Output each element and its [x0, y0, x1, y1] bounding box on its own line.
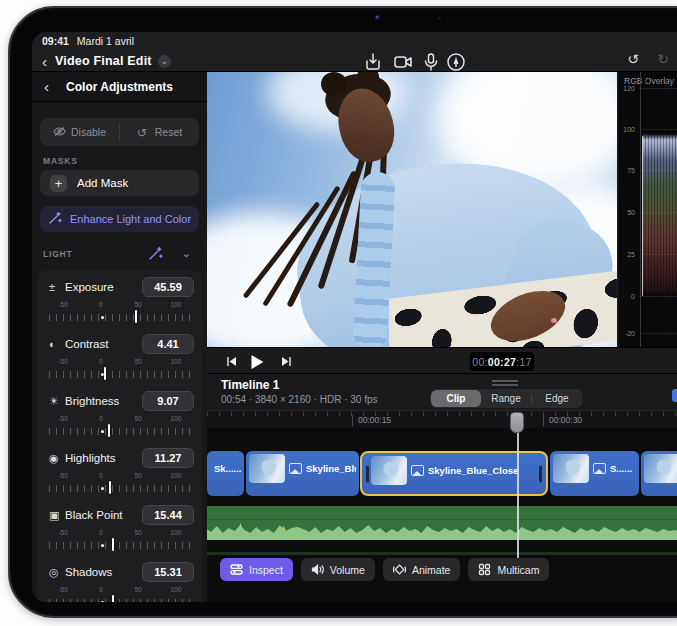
highlights-ruler[interactable]: -50050100 — [49, 472, 190, 494]
light-section-header: LIGHT ⌄ — [32, 244, 207, 264]
shadows-slider: ◎Shadows15.31 -50050100 — [37, 555, 202, 602]
add-mask-label: Add Mask — [77, 177, 128, 189]
light-wand-icon[interactable] — [148, 246, 163, 261]
bottom-mode-buttons: Inspect Volume Animate — [220, 558, 549, 581]
timeline-overflow-button[interactable] — [672, 389, 677, 402]
chevron-down-icon[interactable]: ⌄ — [158, 55, 171, 68]
audio-sub-lane — [207, 552, 677, 555]
shadows-icon: ◎ — [49, 566, 65, 579]
contrast-slider: ◐Contrast4.41 -50050100 — [37, 327, 202, 384]
import-media-icon[interactable] — [362, 52, 384, 72]
highlights-icon: ◉ — [49, 452, 65, 465]
mode-edge[interactable]: Edge — [532, 390, 582, 407]
slider-cursor[interactable] — [104, 367, 106, 380]
brightness-value[interactable]: 9.07 — [142, 391, 194, 411]
light-sliders-card: ±Exposure45.59 -50050100 ◐Contrast4.41 -… — [37, 270, 202, 602]
brightness-slider: ☀Brightness9.07 -50050100 — [37, 384, 202, 441]
timeline-name: Timeline 1 — [221, 378, 279, 392]
exposure-slider: ±Exposure45.59 -50050100 — [37, 270, 202, 327]
add-mask-button[interactable]: + Add Mask — [40, 170, 199, 196]
slider-cursor[interactable] — [135, 310, 137, 323]
brightness-ruler[interactable]: -50050100 — [49, 415, 190, 437]
slider-cursor[interactable] — [108, 424, 110, 437]
timeline-clip[interactable]: S...... — [550, 451, 639, 496]
inspect-button[interactable]: Inspect — [220, 558, 293, 581]
timeline-meta: 00:54 · 3840 × 2160 · HDR · 30 fps — [221, 394, 377, 405]
photo-icon — [289, 463, 302, 474]
ruler-label: 00:00:15 — [352, 415, 391, 426]
playhead-handle[interactable] — [510, 412, 524, 433]
undo-icon[interactable]: ↺ — [624, 51, 642, 67]
playhead-line[interactable] — [517, 412, 519, 580]
enhance-label: Enhance Light and Color — [70, 213, 191, 225]
status-date: Mardi 1 avril — [77, 35, 134, 47]
panel-drag-handle[interactable] — [492, 380, 518, 386]
shadows-ruler[interactable]: -50050100 — [49, 586, 190, 602]
timeline-header: Timeline 1 00:54 · 3840 × 2160 · HDR · 3… — [207, 374, 677, 410]
disable-label: Disable — [71, 126, 106, 138]
video-preview[interactable] — [207, 72, 617, 347]
front-camera — [375, 15, 380, 20]
screenshot-stage: 09:41Mardi 1 avril ‹ Video Final Edit ⌄ — [0, 0, 677, 626]
animate-button[interactable]: Animate — [383, 558, 461, 581]
black-point-ruler[interactable]: -50050100 — [49, 529, 190, 551]
reset-icon: ↺ — [137, 127, 150, 138]
timeline-clip[interactable] — [641, 451, 677, 496]
multicam-button[interactable]: Multicam — [468, 558, 549, 581]
contrast-value[interactable]: 4.41 — [142, 334, 194, 354]
skip-to-end-button[interactable] — [278, 348, 294, 375]
black-point-slider: ▣Black Point15.44 -50050100 — [37, 498, 202, 555]
timeline-clip[interactable]: Sk...... — [207, 451, 244, 496]
sensor-dot — [438, 17, 441, 20]
exposure-icon: ± — [49, 281, 65, 293]
project-title[interactable]: Video Final Edit — [55, 54, 152, 68]
top-bar: 09:41Mardi 1 avril ‹ Video Final Edit ⌄ — [32, 32, 677, 72]
contrast-ruler[interactable]: -50050100 — [49, 358, 190, 380]
reset-button[interactable]: ↺ Reset — [120, 118, 199, 146]
collapse-chevron-icon[interactable]: ⌄ — [182, 247, 191, 260]
redo-icon[interactable]: ↻ — [654, 51, 672, 67]
audio-track[interactable] — [207, 506, 677, 540]
clip-thumbnail — [249, 454, 285, 483]
microphone-icon[interactable] — [420, 52, 442, 72]
camera-icon[interactable] — [392, 52, 414, 72]
timecode-display[interactable]: 00:00:27:17 — [470, 352, 534, 371]
play-button[interactable] — [248, 348, 266, 375]
edit-mode-segmented-control: Clip Range Edge — [430, 389, 583, 408]
disable-button[interactable]: Disable — [40, 118, 119, 146]
slider-cursor[interactable] — [112, 595, 114, 602]
exposure-value[interactable]: 45.59 — [142, 277, 194, 297]
light-label: LIGHT — [43, 249, 73, 259]
highlights-slider: ◉Highlights11.27 -50050100 — [37, 441, 202, 498]
black-point-value[interactable]: 15.44 — [142, 505, 194, 525]
screen: 09:41Mardi 1 avril ‹ Video Final Edit ⌄ — [32, 32, 677, 602]
back-chevron-icon[interactable]: ‹ — [42, 54, 47, 69]
slider-cursor[interactable] — [109, 481, 111, 494]
brightness-icon: ☀ — [49, 395, 65, 408]
pencil-tools-icon[interactable] — [445, 52, 467, 72]
mode-range[interactable]: Range — [481, 390, 531, 407]
black-point-icon: ▣ — [49, 509, 65, 522]
rgb-overlay-scope: RGB Overlay 1201007550250-20 — [617, 72, 677, 347]
trim-handle-left[interactable] — [366, 465, 369, 482]
timeline-ruler[interactable]: 00:00:15 00:00:30 — [207, 410, 677, 428]
audio-waveform — [207, 520, 677, 540]
timeline-clip[interactable]: Skyline_Blue_Wide — [246, 451, 359, 496]
volume-button[interactable]: Volume — [301, 558, 375, 581]
hair-bun — [321, 72, 347, 96]
color-adjustments-panel: ‹ Color Adjustments Disable — [32, 72, 207, 602]
exposure-ruler[interactable]: -50050100 — [49, 301, 190, 323]
ruler-label: 00:00:30 — [543, 415, 582, 426]
trim-handle-right[interactable] — [539, 465, 542, 482]
skip-to-start-button[interactable] — [223, 348, 239, 375]
slider-cursor[interactable] — [112, 538, 114, 551]
shadows-value[interactable]: 15.31 — [142, 562, 194, 582]
masks-section-label: MASKS — [43, 156, 78, 166]
timeline-clip-selected[interactable]: Skyline_Blue_Close — [360, 451, 548, 496]
panel-back-icon[interactable]: ‹ — [44, 79, 49, 94]
photo-icon — [411, 465, 424, 476]
photo-icon — [593, 463, 606, 474]
enhance-light-color-button[interactable]: Enhance Light and Color — [40, 206, 199, 232]
highlights-value[interactable]: 11.27 — [142, 448, 194, 468]
mode-clip[interactable]: Clip — [431, 390, 481, 407]
